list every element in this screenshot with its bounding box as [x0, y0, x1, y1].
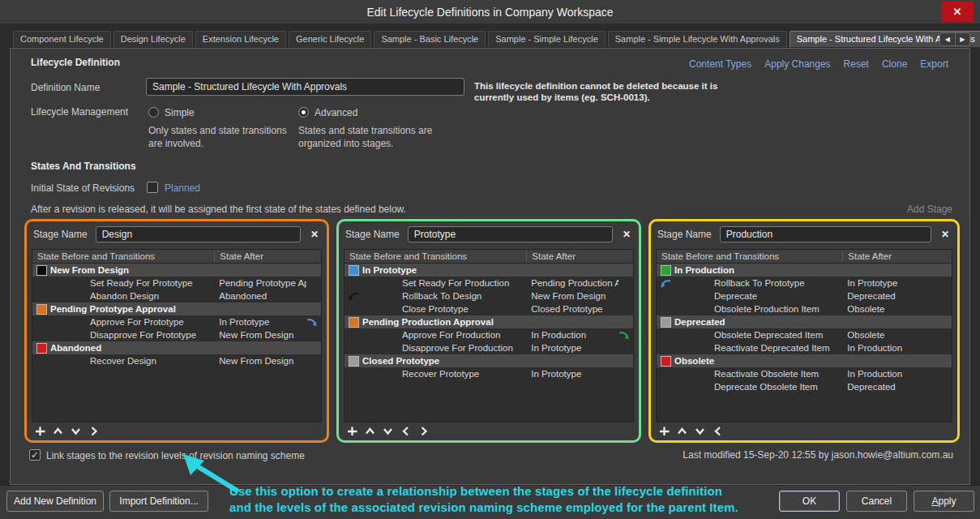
- link-stages-checkbox[interactable]: ✓: [29, 449, 41, 461]
- remove-stage-icon[interactable]: ✕: [309, 229, 320, 240]
- state-row[interactable]: New From Design: [32, 264, 321, 277]
- add-icon[interactable]: [347, 426, 357, 436]
- tab-scroll-left-icon[interactable]: ◀: [940, 33, 956, 45]
- tab-component-lifecycle[interactable]: Component Lifecycle: [13, 31, 111, 47]
- close-window-button[interactable]: ✕: [941, 2, 974, 22]
- transition-row[interactable]: Rollback To PrototypeIn Prototype: [657, 277, 952, 290]
- transition-row[interactable]: Disapprove For PrototypeNew From Design: [32, 328, 321, 341]
- import-definition-button[interactable]: Import Definition...: [109, 491, 208, 512]
- add-icon[interactable]: [659, 426, 670, 436]
- move-up-icon[interactable]: [677, 426, 687, 436]
- move-down-icon[interactable]: [695, 426, 705, 436]
- transition-row[interactable]: Recover PrototypeIn Prototype: [344, 367, 633, 380]
- move-left-icon[interactable]: [400, 426, 411, 436]
- tab-scroll-right-icon[interactable]: ▶: [956, 33, 970, 45]
- cancel-button[interactable]: Cancel: [846, 491, 907, 512]
- transition-row[interactable]: Deprecate Obsolete ItemDeprecated: [657, 380, 952, 393]
- transition-row[interactable]: Disapprove For ProductionIn Prototype: [344, 341, 633, 354]
- state-after-value: New From Design: [214, 330, 306, 340]
- cannot-delete-warning: This lifecycle definition cannot be dele…: [474, 80, 750, 103]
- released-revision-info-text: After a revision is released, it will be…: [31, 204, 406, 215]
- state-row[interactable]: Closed Prototype: [344, 354, 633, 367]
- definition-name-input[interactable]: [146, 78, 464, 96]
- annotation-line-2: and the levels of the associated revisio…: [229, 500, 738, 516]
- transition-row[interactable]: Abandon DesignAbandoned: [32, 290, 321, 302]
- transition-row[interactable]: Rollback To DesignNew From Design: [344, 290, 633, 302]
- last-modified-text: Last modified 15-Sep-20 12:55 by jason.h…: [683, 449, 953, 461]
- move-left-icon[interactable]: [713, 426, 723, 436]
- transition-row[interactable]: Set Ready For ProductionPending Producti…: [344, 277, 633, 290]
- add-stage-link[interactable]: Add Stage: [907, 204, 952, 215]
- transition-row[interactable]: Reactivate Deprecated ItemIn Production: [657, 341, 952, 354]
- transition-name: Approve For Prototype: [90, 317, 214, 327]
- state-row[interactable]: Deprecated: [657, 315, 952, 328]
- state-row[interactable]: Pending Prototype Approval: [32, 302, 321, 315]
- planned-checkbox[interactable]: [147, 182, 158, 193]
- stage-name-input[interactable]: [96, 226, 301, 242]
- state-after-value: In Prototype: [842, 278, 937, 288]
- warning-line-2: currently used by items (eg. SCH-0013).: [474, 92, 750, 103]
- stage-name-input[interactable]: [720, 226, 931, 242]
- transition-row[interactable]: Obsolete Deprecated ItemObsolete: [657, 328, 952, 341]
- move-down-icon[interactable]: [383, 426, 393, 436]
- link-clone[interactable]: Clone: [882, 58, 907, 70]
- link-apply-changes[interactable]: Apply Changes: [764, 58, 830, 70]
- tab-generic-lifecycle[interactable]: Generic Lifecycle: [289, 31, 371, 47]
- move-right-icon[interactable]: [88, 426, 99, 436]
- title-bar: Edit Lifecycle Definitions in Company Wo…: [0, 0, 980, 24]
- advanced-radio[interactable]: [298, 107, 309, 118]
- state-name: Pending Prototype Approval: [50, 304, 176, 314]
- transition-name: Recover Design: [90, 356, 214, 366]
- curve-down-right-blue-icon: [306, 317, 317, 328]
- link-export[interactable]: Export: [920, 58, 948, 70]
- transition-row[interactable]: Close PrototypeClosed Prototype: [344, 302, 633, 315]
- transition-name: Abandon Design: [90, 291, 214, 301]
- tab-sample-simple-lifecycle-with-approvals[interactable]: Sample - Simple Lifecycle With Approvals: [608, 31, 787, 47]
- column-header-state-before: State Before and Transitions: [344, 251, 526, 261]
- move-down-icon[interactable]: [71, 426, 81, 436]
- apply-button[interactable]: Apply: [914, 491, 974, 512]
- tab-sample-basic-lifecycle[interactable]: Sample - Basic Lifecycle: [374, 31, 486, 47]
- state-after-value: Pending Prototype Approval: [214, 278, 306, 288]
- simple-radio[interactable]: [148, 107, 159, 118]
- tab-extension-lifecycle[interactable]: Extension Lifecycle: [195, 31, 286, 47]
- move-up-icon[interactable]: [365, 426, 375, 436]
- link-content-types[interactable]: Content Types: [689, 58, 751, 70]
- transition-row[interactable]: Reactivate Obsolete ItemIn Production: [657, 367, 952, 380]
- stage-name-input[interactable]: [408, 226, 613, 242]
- state-row[interactable]: In Production: [657, 264, 952, 277]
- transition-row[interactable]: Approve For PrototypeIn Prototype: [32, 315, 321, 328]
- link-reset[interactable]: Reset: [844, 58, 869, 70]
- move-up-icon[interactable]: [53, 426, 63, 436]
- states-and-transitions-section-label: States And Transitions: [31, 161, 136, 172]
- state-name: New From Design: [50, 265, 129, 275]
- stage-header: Stage Name✕: [27, 224, 327, 245]
- state-name: Deprecated: [674, 317, 725, 327]
- move-right-icon[interactable]: [418, 426, 429, 436]
- transition-name: Close Prototype: [402, 304, 526, 314]
- add-icon[interactable]: [35, 426, 45, 436]
- add-new-definition-button[interactable]: Add New Definition: [6, 491, 104, 512]
- stage-toolbar: [651, 422, 957, 440]
- ok-button[interactable]: OK: [779, 491, 840, 512]
- stage-panel-design: Stage Name✕State Before and TransitionsS…: [24, 219, 329, 443]
- transition-name: Obsolete Production Item: [714, 304, 842, 314]
- transition-row[interactable]: Approve For ProductionIn Production: [344, 328, 633, 341]
- tab-design-lifecycle[interactable]: Design Lifecycle: [113, 31, 193, 47]
- remove-stage-icon[interactable]: ✕: [939, 229, 951, 240]
- state-row[interactable]: In Prototype: [344, 264, 633, 277]
- transition-name: Disapprove For Prototype: [90, 330, 214, 340]
- state-row[interactable]: Pending Production Approval: [344, 315, 633, 328]
- state-color-swatch-icon: [661, 317, 671, 328]
- transition-row[interactable]: DeprecateDeprecated: [657, 290, 952, 302]
- remove-stage-icon[interactable]: ✕: [621, 229, 632, 240]
- transition-row[interactable]: Obsolete Production ItemObsolete: [657, 302, 952, 315]
- state-row[interactable]: Abandoned: [32, 341, 321, 354]
- state-after-value: New From Design: [526, 291, 618, 301]
- transition-name: Reactivate Deprecated Item: [714, 343, 842, 353]
- transition-name: Rollback To Design: [402, 291, 526, 301]
- tab-sample-simple-lifecycle[interactable]: Sample - Simple Lifecycle: [488, 31, 606, 47]
- transition-row[interactable]: Recover DesignNew From Design: [32, 354, 321, 367]
- transition-row[interactable]: Set Ready For PrototypePending Prototype…: [32, 277, 321, 290]
- state-row[interactable]: Obsolete: [657, 354, 952, 367]
